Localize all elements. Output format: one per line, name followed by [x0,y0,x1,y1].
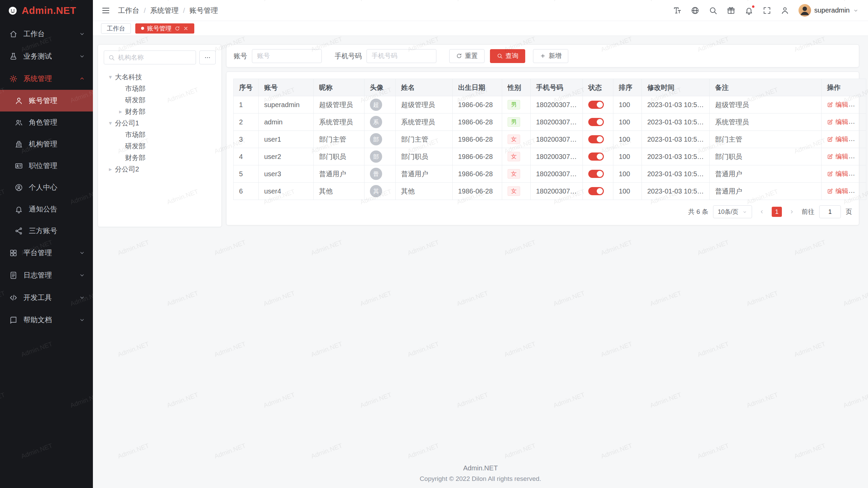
cell-avatar: 普 [364,165,396,183]
table-row: 3user1部门主管部部门主管1986-06-28女18020030720100… [234,131,866,148]
theme-icon[interactable] [727,6,735,15]
tree-caret-right-icon[interactable]: ▸ [106,166,115,173]
cell-name: 部门职员 [396,148,453,165]
tab-account-management[interactable]: 账号管理 [135,23,194,34]
status-toggle[interactable] [588,135,604,143]
account-input[interactable] [252,49,322,63]
toggle-knob [597,188,603,194]
home-icon [9,30,18,38]
hamburger-icon[interactable] [101,6,111,15]
tab-close-icon[interactable] [183,26,189,31]
edit-button[interactable]: 编辑 [827,169,848,178]
status-toggle[interactable] [588,152,604,161]
sidebar-item-label: 平台管理 [23,248,52,258]
sidebar-item-label: 三方账号 [29,226,57,236]
tree-node[interactable]: ▾分公司1 [104,117,216,129]
tree-node[interactable]: 研发部 [104,140,216,152]
breadcrumb-item[interactable]: 系统管理 [150,6,179,15]
tree-node[interactable]: 市场部 [104,83,216,94]
sidebar-item-log-management[interactable]: 日志管理 [0,264,93,286]
search-icon[interactable] [709,6,717,15]
tree-node[interactable]: 研发部 [104,94,216,106]
page-unit-label: 页 [846,207,852,216]
tree-caret-down-icon[interactable]: ▾ [106,74,115,81]
edit-button[interactable]: 编辑 [827,187,848,196]
chevron-down-icon [79,30,85,37]
reset-button[interactable]: 重置 [449,49,485,63]
status-toggle[interactable] [588,118,604,126]
next-page-button[interactable] [787,207,797,217]
user-menu[interactable]: superadmin [798,4,859,17]
table-row: 2admin系统管理员系系统管理员1986-06-28男180200307201… [234,114,866,131]
prev-page-button[interactable] [757,207,767,217]
sidebar-item-personal-center[interactable]: 个人中心 [0,177,93,198]
fullscreen-icon[interactable] [763,6,771,15]
sidebar-item-role-management[interactable]: 角色管理 [0,111,93,133]
phone-input[interactable] [367,49,436,63]
tree-node[interactable]: 市场部 [104,129,216,140]
sidebar-item-third-party-account[interactable]: 三方账号 [0,220,93,242]
status-toggle[interactable] [588,170,604,178]
sidebar-item-help-docs[interactable]: 帮助文档 [0,309,93,331]
sidebar-item-label: 帮助文档 [23,315,52,325]
sidebar-item-system-management[interactable]: 系统管理 [0,67,93,90]
row-avatar: 其 [370,185,382,197]
toggle-knob [597,154,603,160]
cell-actions: 编辑 [822,148,866,165]
cell-phone: 18020030720 [531,96,583,114]
page-size-select[interactable]: 10条/页 [713,205,752,218]
row-avatar: 超 [370,99,382,111]
search-button[interactable]: 查询 [490,49,525,63]
table-row: 1superadmin超级管理员超超级管理员1986-06-28男1802003… [234,96,866,114]
goto-page-input[interactable] [819,205,841,218]
sidebar-item-workbench[interactable]: 工作台 [0,23,93,45]
edit-button[interactable]: 编辑 [827,152,848,161]
tab-refresh-icon[interactable] [175,26,180,31]
sidebar-item-org-management[interactable]: 机构管理 [0,133,93,155]
chevron-right-icon [789,209,795,215]
cell-remark: 部门主管 [710,131,822,148]
cell-sort: 100 [613,183,642,200]
search-label: 查询 [506,52,518,60]
edit-icon [827,102,833,108]
book-icon [9,316,18,324]
chevron-down-icon [853,7,859,14]
edit-button[interactable]: 编辑 [827,100,848,109]
tree-caret-right-icon[interactable]: ▸ [116,108,125,115]
cell-status [583,96,613,114]
status-toggle[interactable] [588,187,604,195]
breadcrumb-separator: / [144,6,146,15]
sidebar-item-platform-management[interactable]: 平台管理 [0,242,93,264]
sidebar-item-business-test[interactable]: 业务测试 [0,45,93,67]
sidebar-item-notice-announcement[interactable]: 通知公告 [0,198,93,220]
org-search-input[interactable] [118,54,192,61]
cell-account: admin [259,114,314,131]
breadcrumb-item[interactable]: 工作台 [118,6,139,15]
sidebar-item-position-management[interactable]: 职位管理 [0,155,93,177]
logo[interactable]: Admin.NET [0,0,93,21]
sidebar-item-dev-tools[interactable]: 开发工具 [0,286,93,309]
status-toggle[interactable] [588,101,604,109]
tree-node[interactable]: ▾大名科技 [104,71,216,83]
tree-node[interactable]: ▸分公司2 [104,163,216,175]
edit-button[interactable]: 编辑 [827,135,848,144]
tree-caret-down-icon[interactable]: ▾ [106,120,115,127]
notification-bell-icon[interactable] [745,6,753,15]
cell-name: 普通用户 [396,165,453,183]
edit-label: 编辑 [835,187,848,196]
sidebar-item-account-management[interactable]: 账号管理 [0,90,93,111]
share-icon [15,227,23,235]
page-1-button[interactable]: 1 [772,207,782,217]
add-button[interactable]: 新增 [533,49,568,63]
profile-icon[interactable] [781,6,789,15]
tree-node[interactable]: 财务部 [104,152,216,163]
edit-button[interactable]: 编辑 [827,118,848,126]
org-more-button[interactable] [199,50,216,64]
language-icon[interactable] [691,6,699,15]
tree-node[interactable]: ▸财务部 [104,106,216,117]
font-size-icon[interactable] [673,6,682,15]
main-area: 工作台/系统管理/账号管理 superadmin 工作台账号管理 ▾大名科技市场… [93,0,868,488]
toggle-knob [597,136,603,142]
tab-workbench[interactable]: 工作台 [101,23,131,34]
cell-remark: 普通用户 [710,165,822,183]
